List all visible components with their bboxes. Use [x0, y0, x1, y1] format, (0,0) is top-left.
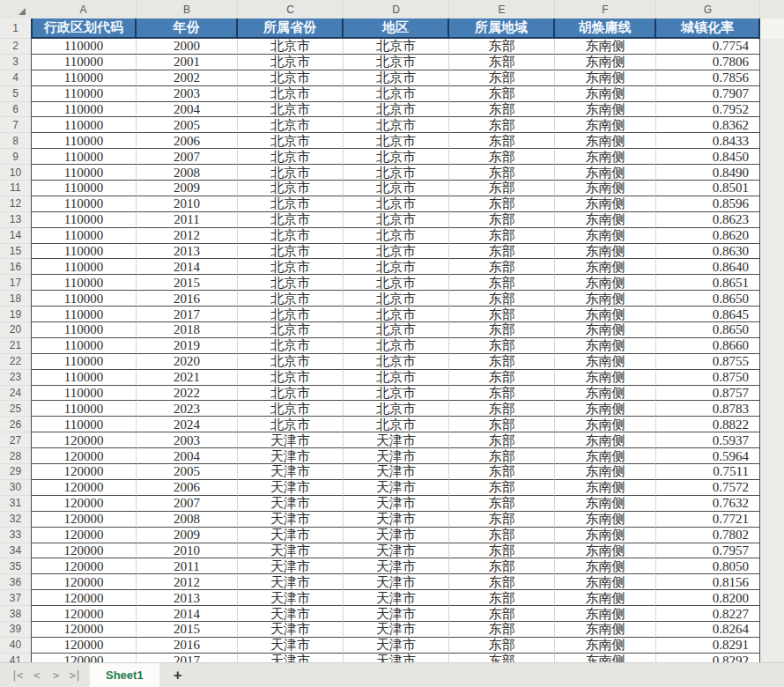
- row-number[interactable]: 27: [0, 432, 31, 448]
- cell[interactable]: 2007: [137, 496, 238, 512]
- cell[interactable]: 东南侧: [555, 528, 656, 543]
- row-number[interactable]: 5: [0, 86, 31, 102]
- cell[interactable]: 东南侧: [555, 354, 656, 370]
- cell[interactable]: 北京市: [238, 165, 344, 181]
- cell[interactable]: 120000: [31, 496, 137, 512]
- cell[interactable]: 北京市: [238, 291, 344, 307]
- row-number[interactable]: 29: [0, 464, 31, 480]
- cell[interactable]: 东部: [449, 543, 555, 559]
- cell[interactable]: 110000: [31, 386, 137, 402]
- cell[interactable]: 2003: [137, 432, 238, 448]
- cell[interactable]: 东部: [449, 401, 555, 417]
- cell[interactable]: 110000: [31, 86, 137, 102]
- cell[interactable]: 北京市: [238, 370, 344, 386]
- cell[interactable]: 东部: [449, 70, 555, 86]
- row-number[interactable]: 13: [0, 212, 31, 228]
- row-number[interactable]: 28: [0, 448, 31, 464]
- cell[interactable]: 天津市: [238, 512, 344, 528]
- cell[interactable]: 2019: [137, 338, 238, 354]
- cell[interactable]: 北京市: [344, 417, 449, 432]
- cell[interactable]: 东南侧: [555, 338, 656, 354]
- cell[interactable]: 北京市: [238, 149, 344, 165]
- row-number[interactable]: 7: [0, 117, 31, 133]
- cell[interactable]: 东部: [449, 291, 555, 307]
- cell[interactable]: 东南侧: [555, 512, 656, 528]
- cell[interactable]: 东部: [449, 149, 555, 165]
- cell[interactable]: 0.8650: [656, 322, 760, 338]
- cell[interactable]: 120000: [31, 654, 137, 662]
- cell[interactable]: 天津市: [344, 464, 449, 480]
- cell[interactable]: 0.7806: [656, 55, 760, 70]
- cell[interactable]: 120000: [31, 480, 137, 496]
- cell[interactable]: 2012: [137, 574, 238, 590]
- cell[interactable]: 120000: [31, 432, 137, 448]
- row-number[interactable]: 2: [0, 39, 31, 55]
- cell[interactable]: 0.8227: [656, 606, 760, 622]
- cell[interactable]: 2018: [137, 322, 238, 338]
- cell[interactable]: 东南侧: [555, 275, 656, 291]
- cell[interactable]: 110000: [31, 275, 137, 291]
- cell[interactable]: 2011: [137, 212, 238, 228]
- cell[interactable]: 北京市: [344, 401, 449, 417]
- cell[interactable]: 东部: [449, 55, 555, 70]
- cell[interactable]: 东部: [449, 528, 555, 543]
- cell[interactable]: 东南侧: [555, 133, 656, 149]
- cell[interactable]: 北京市: [344, 228, 449, 244]
- row-number[interactable]: 32: [0, 512, 31, 528]
- header-cell[interactable]: 所属地域: [449, 18, 555, 39]
- cell[interactable]: 2009: [137, 528, 238, 543]
- cell[interactable]: 北京市: [238, 55, 344, 70]
- cell[interactable]: 东南侧: [555, 70, 656, 86]
- cell[interactable]: 110000: [31, 338, 137, 354]
- row-number[interactable]: 37: [0, 590, 31, 606]
- cell[interactable]: 天津市: [238, 543, 344, 559]
- cell[interactable]: 天津市: [344, 654, 449, 662]
- cell[interactable]: 北京市: [344, 181, 449, 196]
- cell[interactable]: 天津市: [344, 543, 449, 559]
- cell[interactable]: 110000: [31, 39, 137, 55]
- cell[interactable]: 东部: [449, 417, 555, 432]
- cell[interactable]: 东南侧: [555, 386, 656, 402]
- cell[interactable]: 120000: [31, 448, 137, 464]
- header-cell[interactable]: 地区: [344, 18, 449, 39]
- cell[interactable]: 2024: [137, 417, 238, 432]
- cell[interactable]: 北京市: [344, 212, 449, 228]
- cell[interactable]: 2010: [137, 196, 238, 212]
- select-all-corner[interactable]: [0, 0, 31, 18]
- cell[interactable]: 0.8264: [656, 622, 760, 638]
- cell[interactable]: 北京市: [344, 307, 449, 322]
- cell[interactable]: 东部: [449, 606, 555, 622]
- cell[interactable]: 2006: [137, 480, 238, 496]
- cell[interactable]: 110000: [31, 259, 137, 275]
- cell[interactable]: 110000: [31, 165, 137, 181]
- cell[interactable]: 东部: [449, 370, 555, 386]
- cell[interactable]: 120000: [31, 606, 137, 622]
- row-number[interactable]: 24: [0, 386, 31, 402]
- row-number[interactable]: 3: [0, 55, 31, 70]
- cell[interactable]: 2004: [137, 102, 238, 118]
- cell[interactable]: 天津市: [344, 448, 449, 464]
- cell[interactable]: 2008: [137, 165, 238, 181]
- cell[interactable]: 2016: [137, 638, 238, 654]
- cell[interactable]: 110000: [31, 322, 137, 338]
- cell[interactable]: 北京市: [238, 39, 344, 55]
- cell[interactable]: 东部: [449, 165, 555, 181]
- cell[interactable]: 东南侧: [555, 307, 656, 322]
- cell[interactable]: 北京市: [238, 196, 344, 212]
- cell[interactable]: 东南侧: [555, 543, 656, 559]
- cell[interactable]: 天津市: [238, 528, 344, 543]
- cell[interactable]: 110000: [31, 117, 137, 133]
- cell[interactable]: 2022: [137, 386, 238, 402]
- cell[interactable]: 东部: [449, 39, 555, 55]
- cell[interactable]: 0.5964: [656, 448, 760, 464]
- cell[interactable]: 0.7856: [656, 70, 760, 86]
- cell[interactable]: 2013: [137, 590, 238, 606]
- cell[interactable]: 北京市: [238, 401, 344, 417]
- row-number[interactable]: 21: [0, 338, 31, 354]
- header-cell[interactable]: 行政区划代码: [31, 18, 137, 39]
- cell[interactable]: 北京市: [344, 322, 449, 338]
- cell[interactable]: 东南侧: [555, 590, 656, 606]
- cell[interactable]: 0.8660: [656, 338, 760, 354]
- cell[interactable]: 北京市: [344, 55, 449, 70]
- cell[interactable]: 2003: [137, 86, 238, 102]
